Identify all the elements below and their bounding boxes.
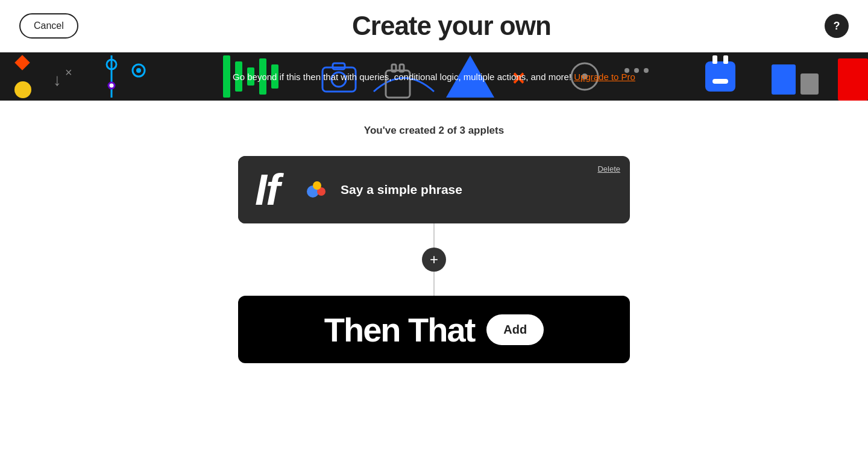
svg-rect-23 (723, 55, 728, 64)
page-title: Create your own (352, 11, 551, 41)
svg-point-36 (313, 181, 321, 190)
banner-text: Go beyond if this then that with queries… (0, 72, 868, 82)
upgrade-link[interactable]: Upgrade to Pro (574, 72, 635, 82)
then-label: Then That (324, 310, 475, 349)
if-service[interactable]: Say a simple phrase (296, 163, 630, 217)
if-label: If (238, 156, 296, 223)
add-action-button[interactable]: Add (486, 314, 544, 345)
add-step-button[interactable]: + (422, 248, 446, 272)
applets-count: You've created 2 of 3 applets (364, 125, 504, 137)
then-card[interactable]: Then That Add (238, 296, 630, 363)
delete-link[interactable]: Delete (597, 164, 620, 173)
ga-icon-svg (302, 175, 332, 205)
google-assistant-icon (302, 175, 332, 205)
if-card: Delete If Say a simple phrase (238, 156, 630, 223)
svg-rect-22 (712, 55, 717, 64)
svg-point-1 (14, 81, 31, 98)
connector-line-top (433, 223, 435, 248)
header: Cancel Create your own ? (0, 0, 868, 52)
promo-banner: ↓ × × (0, 52, 868, 101)
connector: + (422, 223, 446, 296)
help-button[interactable]: ? (825, 14, 849, 38)
svg-point-6 (108, 83, 115, 89)
svg-rect-0 (14, 55, 30, 70)
cancel-button[interactable]: Cancel (19, 13, 78, 39)
service-name: Say a simple phrase (341, 182, 462, 197)
svg-rect-30 (333, 63, 345, 69)
connector-line-bottom (433, 272, 435, 296)
main-content: You've created 2 of 3 applets Delete If … (0, 101, 868, 387)
